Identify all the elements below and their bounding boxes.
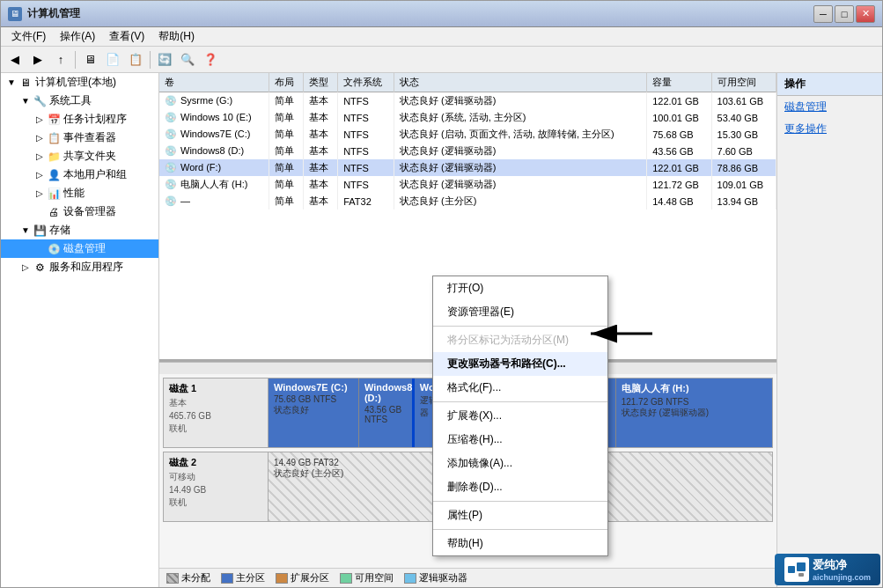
disk-table-area[interactable]: 卷 布局 类型 文件系统 状态 容量 可用空间 💿Sysrme (G:)简单基本… (159, 73, 776, 362)
table-cell: 基本 (304, 176, 338, 193)
table-cell: 简单 (269, 159, 303, 176)
table-row[interactable]: 💿Windows 10 (E:)简单基本NTFS状态良好 (系统, 活动, 主分… (159, 109, 776, 126)
window-title: 计算机管理 (27, 6, 813, 21)
menu-file[interactable]: 文件(F) (4, 27, 53, 46)
toolbar-refresh[interactable]: 🔄 (154, 50, 175, 70)
partition-h[interactable]: 电脑人人有 (H:) 121.72 GB NTFS状态良好 (逻辑驱动器) (616, 379, 772, 447)
col-free[interactable]: 可用空间 (711, 73, 776, 92)
toolbar-back[interactable]: ◀ (4, 50, 26, 70)
maximize-button[interactable]: □ (835, 5, 854, 23)
disk-map-area: 磁盘 1 基本 465.76 GB 联机 Windows7E (C:) 75.6… (159, 374, 776, 568)
table-cell: 109.01 GB (711, 176, 776, 193)
disk1-name: 磁盘 1 (169, 382, 262, 395)
sidebar-item-performance[interactable]: ▷ 📊 性能 (1, 184, 158, 202)
menu-action[interactable]: 操作(A) (53, 27, 102, 46)
toolbar-doc[interactable]: 📄 (102, 50, 123, 70)
disk-volume-icon: 💿 (165, 95, 177, 106)
main-area: ▼ 🖥 计算机管理(本地) ▼ 🔧 系统工具 ▷ 📅 任务计划程序 ▷ 📋 事件… (1, 73, 882, 587)
table-row[interactable]: 💿Word (F:)简单基本NTFS状态良好 (逻辑驱动器)122.01 GB7… (159, 159, 776, 176)
perf-label: 性能 (63, 186, 85, 201)
col-fs[interactable]: 文件系统 (338, 73, 394, 92)
toolbar-search[interactable]: 🔍 (177, 50, 198, 70)
svg-rect-2 (788, 566, 795, 573)
part-c-info: 75.68 GB NTFS状态良好 (274, 394, 353, 416)
table-row[interactable]: 💿Windows8 (D:)简单基本NTFS状态良好 (逻辑驱动器)43.56 … (159, 143, 776, 159)
table-row[interactable]: 💿Sysrme (G:)简单基本NTFS状态良好 (逻辑驱动器)122.01 G… (159, 92, 776, 110)
table-cell: 100.01 GB (647, 109, 711, 126)
sidebar-item-shared[interactable]: ▷ 📁 共享文件夹 (1, 147, 158, 165)
sidebar-item-sys-tools[interactable]: ▼ 🔧 系统工具 (1, 92, 158, 110)
table-cell: 简单 (269, 109, 303, 126)
close-button[interactable]: ✕ (856, 5, 875, 23)
table-row[interactable]: 💿—简单基本FAT32状态良好 (主分区)14.48 GB13.94 GB (159, 193, 776, 209)
content-area: 卷 布局 类型 文件系统 状态 容量 可用空间 💿Sysrme (G:)简单基本… (159, 73, 882, 587)
col-layout[interactable]: 布局 (269, 73, 303, 92)
partition-fat32[interactable]: 14.49 GB FAT32状态良好 (主分区) (269, 452, 772, 521)
table-row[interactable]: 💿Windows7E (C:)简单基本NTFS状态良好 (启动, 页面文件, 活… (159, 126, 776, 143)
toolbar-up[interactable]: ↑ (50, 50, 71, 70)
toolbar-sep1 (75, 51, 76, 69)
table-cell: 15.30 GB (711, 126, 776, 143)
sidebar-item-event-viewer[interactable]: ▷ 📋 事件查看器 (1, 129, 158, 147)
table-cell: 💿— (159, 193, 269, 209)
sidebar-item-svc-apps[interactable]: ▷ ⚙ 服务和应用程序 (1, 258, 158, 276)
sidebar-item-device-mgr[interactable]: 🖨 设备管理器 (1, 202, 158, 221)
col-name[interactable]: 卷 (159, 73, 269, 92)
table-cell: 43.56 GB (647, 143, 711, 159)
legend-primary-label: 主分区 (236, 571, 265, 584)
storage-label: 存储 (49, 223, 70, 238)
col-capacity[interactable]: 容量 (647, 73, 711, 92)
sidebar-item-disk-mgmt[interactable]: 💿 磁盘管理 (1, 239, 158, 258)
table-cell: NTFS (338, 176, 394, 193)
part-c-name: Windows7E (C:) (274, 382, 353, 393)
toolbar-forward[interactable]: ▶ (27, 50, 48, 70)
toolbar-computer[interactable]: 🖥 (79, 50, 100, 70)
part-h-name: 电脑人人有 (H:) (622, 382, 767, 395)
table-cell: 13.94 GB (711, 193, 776, 209)
computer-icon: 🖥 (18, 76, 33, 90)
partition-c[interactable]: Windows7E (C:) 75.68 GB NTFS状态良好 (269, 379, 359, 447)
task-toggle: ▷ (33, 113, 47, 127)
ops-disk-mgmt-link[interactable]: 磁盘管理 (777, 96, 882, 118)
table-cell: FAT32 (338, 193, 394, 209)
col-type[interactable]: 类型 (304, 73, 338, 92)
device-icon: 🖨 (47, 205, 61, 219)
menu-help[interactable]: 帮助(H) (151, 27, 202, 46)
perf-icon: 📊 (47, 187, 61, 201)
shared-icon: 📁 (47, 150, 61, 164)
toolbar-copy[interactable]: 📋 (125, 50, 146, 70)
table-cell: 简单 (269, 126, 303, 143)
ops-more-link[interactable]: 更多操作 (777, 118, 882, 140)
partition-d[interactable]: Windows8 (D:) 43.56 GB NTFS (359, 379, 415, 447)
menu-bar: 文件(F) 操作(A) 查看(V) 帮助(H) (1, 27, 882, 47)
table-cell: 💿Sysrme (G:) (159, 92, 269, 110)
main-window: 🖥 计算机管理 ─ □ ✕ 文件(F) 操作(A) 查看(V) 帮助(H) ◀ … (0, 0, 883, 588)
disk1-type: 基本 (169, 397, 262, 409)
table-cell: 基本 (304, 159, 338, 176)
table-cell: 103.61 GB (711, 92, 776, 110)
col-status[interactable]: 状态 (394, 73, 646, 92)
sidebar-item-local-users[interactable]: ▷ 👤 本地用户和组 (1, 165, 158, 184)
partition-selected[interactable]: Word (F:) 逻辑驱动器 (415, 379, 470, 447)
partition-g[interactable]: Sysrme (G:) 122.01 GB NTFS状态良好 (逻辑驱动器) (470, 379, 616, 447)
toolbar-help[interactable]: ❓ (200, 50, 221, 70)
table-cell: 122.01 GB (647, 92, 711, 110)
title-bar: 🖥 计算机管理 ─ □ ✕ (1, 1, 882, 27)
sidebar-root[interactable]: ▼ 🖥 计算机管理(本地) (1, 73, 158, 92)
table-cell: 基本 (304, 126, 338, 143)
menu-view[interactable]: 查看(V) (102, 27, 151, 46)
sidebar-item-storage[interactable]: ▼ 💾 存储 (1, 221, 158, 239)
legend-bar: 未分配 主分区 扩展分区 可用空间 (159, 568, 776, 587)
task-label: 任务计划程序 (63, 112, 127, 127)
disk2-partitions: 14.49 GB FAT32状态良好 (主分区) (269, 452, 773, 522)
horizontal-scrollbar[interactable] (159, 362, 776, 374)
sidebar: ▼ 🖥 计算机管理(本地) ▼ 🔧 系统工具 ▷ 📅 任务计划程序 ▷ 📋 事件… (1, 73, 159, 587)
disk-table-body: 💿Sysrme (G:)简单基本NTFS状态良好 (逻辑驱动器)122.01 G… (159, 92, 776, 210)
minimize-button[interactable]: ─ (813, 5, 833, 23)
table-cell: 💿电脑人人有 (H:) (159, 176, 269, 193)
table-cell: 121.72 GB (647, 176, 711, 193)
table-row[interactable]: 💿电脑人人有 (H:)简单基本NTFS状态良好 (逻辑驱动器)121.72 GB… (159, 176, 776, 193)
part-h-info: 121.72 GB NTFS状态良好 (逻辑驱动器) (622, 397, 767, 419)
disk1-label: 磁盘 1 基本 465.76 GB 联机 (163, 378, 269, 448)
sidebar-item-task-sched[interactable]: ▷ 📅 任务计划程序 (1, 110, 158, 129)
